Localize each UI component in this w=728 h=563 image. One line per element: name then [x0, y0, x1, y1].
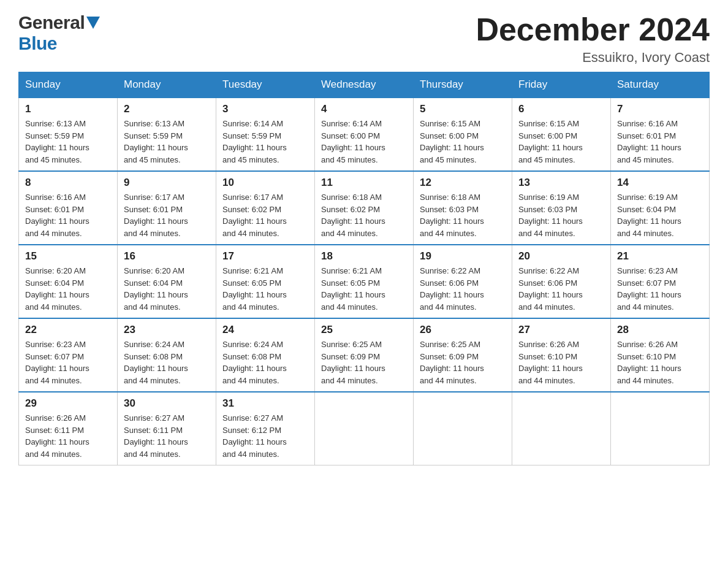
svg-marker-0: [86, 17, 100, 29]
day-number: 18: [321, 250, 407, 262]
day-number: 6: [518, 103, 604, 115]
day-info: Sunrise: 6:16 AMSunset: 6:01 PMDaylight:…: [617, 118, 703, 166]
empty-cell: [512, 392, 611, 465]
day-info: Sunrise: 6:26 AMSunset: 6:10 PMDaylight:…: [617, 339, 703, 386]
day-info: Sunrise: 6:21 AMSunset: 6:05 PMDaylight:…: [321, 265, 407, 313]
logo-arrow-icon: [86, 17, 100, 31]
day-info: Sunrise: 6:21 AMSunset: 6:05 PMDaylight:…: [222, 265, 308, 313]
calendar-day-16: 16 Sunrise: 6:20 AMSunset: 6:04 PMDaylig…: [118, 245, 216, 318]
day-number: 14: [617, 177, 703, 189]
calendar-day-8: 8 Sunrise: 6:16 AMSunset: 6:01 PMDayligh…: [19, 171, 118, 245]
day-number: 30: [124, 397, 210, 410]
day-number: 19: [420, 250, 506, 262]
calendar-week-3: 15 Sunrise: 6:20 AMSunset: 6:04 PMDaylig…: [19, 245, 710, 318]
page-subtitle: Essuikro, Ivory Coast: [476, 50, 710, 66]
calendar-week-1: 1 Sunrise: 6:13 AMSunset: 5:59 PMDayligh…: [19, 98, 710, 171]
calendar-day-20: 20 Sunrise: 6:22 AMSunset: 6:06 PMDaylig…: [512, 245, 611, 318]
day-number: 21: [617, 250, 703, 262]
day-info: Sunrise: 6:14 AMSunset: 5:59 PMDaylight:…: [222, 118, 308, 166]
calendar-day-1: 1 Sunrise: 6:13 AMSunset: 5:59 PMDayligh…: [19, 98, 118, 171]
empty-cell: [414, 392, 512, 465]
day-info: Sunrise: 6:20 AMSunset: 6:04 PMDaylight:…: [124, 265, 210, 313]
calendar-day-24: 24 Sunrise: 6:24 AMSunset: 6:08 PMDaylig…: [216, 318, 315, 392]
day-info: Sunrise: 6:14 AMSunset: 6:00 PMDaylight:…: [321, 118, 407, 166]
day-number: 16: [124, 250, 210, 262]
day-number: 9: [124, 177, 210, 189]
day-info: Sunrise: 6:22 AMSunset: 6:06 PMDaylight:…: [420, 265, 506, 313]
day-number: 1: [25, 103, 111, 115]
day-number: 20: [518, 250, 604, 262]
day-info: Sunrise: 6:24 AMSunset: 6:08 PMDaylight:…: [222, 339, 308, 386]
calendar-day-3: 3 Sunrise: 6:14 AMSunset: 5:59 PMDayligh…: [216, 98, 315, 171]
day-info: Sunrise: 6:27 AMSunset: 6:12 PMDaylight:…: [222, 412, 308, 460]
header-tuesday: Tuesday: [216, 72, 315, 98]
calendar-day-28: 28 Sunrise: 6:26 AMSunset: 6:10 PMDaylig…: [611, 318, 710, 392]
calendar-day-21: 21 Sunrise: 6:23 AMSunset: 6:07 PMDaylig…: [611, 245, 710, 318]
calendar-day-23: 23 Sunrise: 6:24 AMSunset: 6:08 PMDaylig…: [118, 318, 216, 392]
day-info: Sunrise: 6:26 AMSunset: 6:10 PMDaylight:…: [518, 339, 604, 386]
day-number: 25: [321, 324, 407, 336]
calendar-day-9: 9 Sunrise: 6:17 AMSunset: 6:01 PMDayligh…: [118, 171, 216, 245]
page-header: General Blue December 2024 Essuikro, Ivo…: [18, 12, 710, 66]
day-number: 27: [518, 324, 604, 336]
day-number: 29: [25, 397, 111, 410]
calendar-day-5: 5 Sunrise: 6:15 AMSunset: 6:00 PMDayligh…: [414, 98, 512, 171]
day-number: 15: [25, 250, 111, 262]
header-monday: Monday: [118, 72, 216, 98]
day-info: Sunrise: 6:17 AMSunset: 6:01 PMDaylight:…: [124, 191, 210, 239]
day-info: Sunrise: 6:25 AMSunset: 6:09 PMDaylight:…: [420, 339, 506, 386]
day-info: Sunrise: 6:16 AMSunset: 6:01 PMDaylight:…: [25, 191, 111, 239]
day-info: Sunrise: 6:19 AMSunset: 6:04 PMDaylight:…: [617, 191, 703, 239]
calendar-day-22: 22 Sunrise: 6:23 AMSunset: 6:07 PMDaylig…: [19, 318, 118, 392]
day-info: Sunrise: 6:19 AMSunset: 6:03 PMDaylight:…: [518, 191, 604, 239]
day-info: Sunrise: 6:23 AMSunset: 6:07 PMDaylight:…: [25, 339, 111, 386]
day-number: 11: [321, 177, 407, 189]
day-info: Sunrise: 6:23 AMSunset: 6:07 PMDaylight:…: [617, 265, 703, 313]
day-info: Sunrise: 6:26 AMSunset: 6:11 PMDaylight:…: [25, 412, 111, 460]
calendar-day-30: 30 Sunrise: 6:27 AMSunset: 6:11 PMDaylig…: [118, 392, 216, 465]
day-number: 22: [25, 324, 111, 336]
calendar-day-13: 13 Sunrise: 6:19 AMSunset: 6:03 PMDaylig…: [512, 171, 611, 245]
day-number: 24: [222, 324, 308, 336]
day-info: Sunrise: 6:17 AMSunset: 6:02 PMDaylight:…: [222, 191, 308, 239]
calendar-day-17: 17 Sunrise: 6:21 AMSunset: 6:05 PMDaylig…: [216, 245, 315, 318]
day-number: 3: [222, 103, 308, 115]
calendar-week-4: 22 Sunrise: 6:23 AMSunset: 6:07 PMDaylig…: [19, 318, 710, 392]
header-friday: Friday: [512, 72, 611, 98]
logo: General Blue: [18, 12, 100, 54]
day-number: 7: [617, 103, 703, 115]
calendar-day-29: 29 Sunrise: 6:26 AMSunset: 6:11 PMDaylig…: [19, 392, 118, 465]
calendar-day-7: 7 Sunrise: 6:16 AMSunset: 6:01 PMDayligh…: [611, 98, 710, 171]
day-info: Sunrise: 6:13 AMSunset: 5:59 PMDaylight:…: [124, 118, 210, 166]
calendar-day-2: 2 Sunrise: 6:13 AMSunset: 5:59 PMDayligh…: [118, 98, 216, 171]
day-info: Sunrise: 6:20 AMSunset: 6:04 PMDaylight:…: [25, 265, 111, 313]
day-number: 28: [617, 324, 703, 336]
calendar-day-15: 15 Sunrise: 6:20 AMSunset: 6:04 PMDaylig…: [19, 245, 118, 318]
day-number: 31: [222, 397, 308, 410]
calendar-day-18: 18 Sunrise: 6:21 AMSunset: 6:05 PMDaylig…: [315, 245, 414, 318]
title-block: December 2024 Essuikro, Ivory Coast: [476, 12, 710, 66]
logo-general: General: [18, 12, 85, 33]
day-info: Sunrise: 6:22 AMSunset: 6:06 PMDaylight:…: [518, 265, 604, 313]
day-info: Sunrise: 6:18 AMSunset: 6:03 PMDaylight:…: [420, 191, 506, 239]
page-title: December 2024: [476, 12, 710, 47]
day-number: 4: [321, 103, 407, 115]
calendar-day-26: 26 Sunrise: 6:25 AMSunset: 6:09 PMDaylig…: [414, 318, 512, 392]
calendar-day-27: 27 Sunrise: 6:26 AMSunset: 6:10 PMDaylig…: [512, 318, 611, 392]
day-number: 17: [222, 250, 308, 262]
day-info: Sunrise: 6:18 AMSunset: 6:02 PMDaylight:…: [321, 191, 407, 239]
calendar-day-6: 6 Sunrise: 6:15 AMSunset: 6:00 PMDayligh…: [512, 98, 611, 171]
day-number: 2: [124, 103, 210, 115]
day-info: Sunrise: 6:25 AMSunset: 6:09 PMDaylight:…: [321, 339, 407, 386]
calendar-day-31: 31 Sunrise: 6:27 AMSunset: 6:12 PMDaylig…: [216, 392, 315, 465]
day-info: Sunrise: 6:27 AMSunset: 6:11 PMDaylight:…: [124, 412, 210, 460]
day-number: 10: [222, 177, 308, 189]
empty-cell: [315, 392, 414, 465]
day-number: 26: [420, 324, 506, 336]
calendar-day-14: 14 Sunrise: 6:19 AMSunset: 6:04 PMDaylig…: [611, 171, 710, 245]
day-info: Sunrise: 6:24 AMSunset: 6:08 PMDaylight:…: [124, 339, 210, 386]
empty-cell: [611, 392, 710, 465]
day-number: 13: [518, 177, 604, 189]
header-saturday: Saturday: [611, 72, 710, 98]
calendar-day-10: 10 Sunrise: 6:17 AMSunset: 6:02 PMDaylig…: [216, 171, 315, 245]
